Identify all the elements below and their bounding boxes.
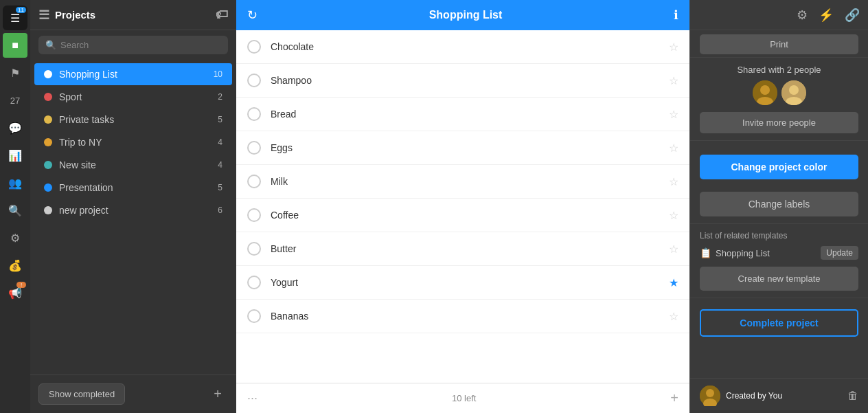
footer-count: 10 left [452,393,476,403]
sidebar-item-private-tasks[interactable]: Private tasks 5 [34,109,232,131]
footer-add-button[interactable]: + [670,390,678,406]
creator-avatar [700,386,720,406]
search-input[interactable] [60,40,221,50]
bolt-toolbar-icon[interactable]: ⚡ [819,8,834,23]
rail-icon-projects[interactable]: ☰ 11 [3,5,27,30]
complete-project-button[interactable]: Complete project [700,309,858,337]
change-project-color-button[interactable]: Change project color [700,155,858,179]
task-star[interactable]: ☆ [669,310,678,323]
project-name-new-project: new project [59,205,218,216]
rail-icon-flag[interactable]: ⚑ [3,60,27,85]
task-row[interactable]: Chocolate ☆ [236,30,689,64]
complete-section: Complete project [690,298,868,348]
rail-icon-users[interactable]: 👥 [3,170,27,195]
rail-icon-green[interactable]: ■ [3,33,27,58]
task-star[interactable]: ☆ [669,243,678,256]
link-toolbar-icon[interactable]: 🔗 [845,8,860,23]
trash-icon[interactable]: 🗑 [847,390,858,402]
task-checkbox[interactable] [247,276,261,289]
task-name: Butter [271,243,669,254]
task-row[interactable]: Milk ☆ [236,165,689,199]
task-checkbox[interactable] [247,242,261,256]
change-labels-button[interactable]: Change labels [700,192,858,216]
task-name: Shampoo [271,75,669,86]
info-icon[interactable]: ℹ [674,8,678,23]
sidebar-title: Projects [55,9,95,21]
refresh-icon[interactable]: ↻ [247,8,258,23]
task-row[interactable]: Bananas ☆ [236,300,689,333]
sidebar-footer: Show completed + [30,375,236,413]
project-name-sport: Sport [59,91,218,102]
settings-toolbar-icon[interactable]: ⚙ [797,8,808,23]
task-star[interactable]: ☆ [669,41,678,54]
task-checkbox[interactable] [247,74,261,87]
task-star-active[interactable]: ★ [669,276,678,289]
creator-name: You [768,391,782,401]
task-star[interactable]: ☆ [669,108,678,121]
sidebar-add-button[interactable]: + [207,384,228,405]
project-count-shopping-list: 10 [214,69,222,79]
sidebar-header: ☰ Projects 🏷 [30,0,236,30]
shared-section: Shared with 2 people I [690,58,868,141]
create-new-template-button[interactable]: Create new template [700,267,858,291]
show-completed-button[interactable]: Show completed [38,383,125,405]
task-row[interactable]: Yogurt ★ [236,266,689,300]
print-button[interactable]: Print [700,34,858,54]
task-row[interactable]: Eggs ☆ [236,131,689,165]
rail-icon-chart[interactable]: 📊 [3,143,27,168]
task-name: Milk [271,176,669,187]
avatar-1 [753,80,777,105]
sidebar-item-new-site[interactable]: New site 4 [34,154,232,176]
invite-more-button[interactable]: Invite more people [700,112,858,133]
task-row[interactable]: Coffee ☆ [236,199,689,232]
tag-icon[interactable]: 🏷 [216,8,228,22]
rail-icon-announce[interactable]: 📢 ! [3,280,27,305]
task-name: Bananas [271,311,669,322]
task-row[interactable]: Butter ☆ [236,232,689,266]
new-site-dot [44,161,52,169]
projects-badge: 11 [16,7,26,13]
task-checkbox[interactable] [247,107,261,121]
template-item: 📋 Shopping List Update [700,246,858,260]
project-name-private-tasks: Private tasks [59,114,218,125]
main-footer: ··· 10 left + [236,383,689,413]
announce-badge: ! [16,282,26,288]
footer-more-icon[interactable]: ··· [247,391,258,405]
sidebar: ☰ Projects 🏷 🔍 Shopping List 10 Sport 2 … [30,0,236,413]
trip-to-ny-dot [44,138,52,146]
rail-icon-search[interactable]: 🔍 [3,198,27,223]
task-checkbox[interactable] [247,40,261,54]
task-checkbox[interactable] [247,208,261,222]
sidebar-item-shopping-list[interactable]: Shopping List 10 [34,63,232,85]
rail-icon-settings[interactable]: ⚙ [3,225,27,250]
rail-icon-chat[interactable]: 💬 [3,115,27,140]
task-name: Coffee [271,210,669,221]
sidebar-item-new-project[interactable]: new project 6 [34,199,232,221]
task-row[interactable]: Shampoo ☆ [236,64,689,98]
sidebar-item-presentation[interactable]: Presentation 5 [34,177,232,199]
task-name: Yogurt [271,277,669,288]
icon-rail: ☰ 11 ■ ⚑ 27 💬 📊 👥 🔍 ⚙ 💰 📢 ! [0,0,30,413]
search-icon: 🔍 [45,40,56,50]
task-checkbox[interactable] [247,141,261,155]
rp-actions: Change project color Change labels [690,141,868,224]
right-panel-toolbar: ⚙ ⚡ 🔗 [690,0,868,30]
task-star[interactable]: ☆ [669,74,678,87]
rail-icon-calendar[interactable]: 27 [3,88,27,113]
project-list: Shopping List 10 Sport 2 Private tasks 5… [30,60,236,375]
sidebar-item-sport[interactable]: Sport 2 [34,86,232,108]
task-star[interactable]: ☆ [669,175,678,188]
task-list: Chocolate ☆ Shampoo ☆ Bread ☆ Eggs ☆ Mil… [236,30,689,383]
task-star[interactable]: ☆ [669,142,678,155]
new-project-dot [44,206,52,214]
project-count-sport: 2 [218,92,222,102]
task-star[interactable]: ☆ [669,209,678,222]
task-row[interactable]: Bread ☆ [236,98,689,131]
main-content: ↻ Shopping List ℹ Chocolate ☆ Shampoo ☆ … [236,0,689,413]
update-template-button[interactable]: Update [821,246,858,260]
sidebar-item-trip-to-ny[interactable]: Trip to NY 4 [34,131,232,153]
presentation-dot [44,183,52,192]
task-checkbox[interactable] [247,175,261,188]
rail-icon-money[interactable]: 💰 [3,253,27,278]
task-checkbox[interactable] [247,309,261,323]
